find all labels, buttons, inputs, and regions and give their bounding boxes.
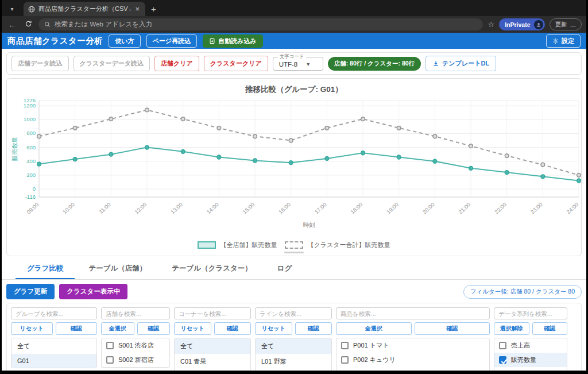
howto-button[interactable]: 使い方 [109,34,140,48]
load-cluster-data-button[interactable]: クラスターデータ読込 [74,56,150,71]
checkbox-icon[interactable] [341,356,349,364]
store-button-0[interactable]: 全選択 [101,322,134,335]
address-bar[interactable]: 検索または Web アドレスを入力 [38,18,483,30]
row-count-badge: 店舗: 80行 / クラスター: 80行 [328,57,421,71]
group-button-1[interactable]: 確認 [56,322,98,335]
tab-search-chevron-icon[interactable]: ▾ [5,3,19,14]
reload-page-button[interactable]: ページ再読込 [146,34,198,48]
browser-tab[interactable]: 商品店舗クラスター分析（CSV / MUI × [24,2,145,16]
checkbox-icon[interactable] [341,342,349,349]
browser-actions: ☆ InPrivate 更新 … [488,18,582,30]
product-buttons: 全選択確認 [336,322,490,335]
corner-button-1[interactable]: 確認 [214,322,252,335]
corner-buttons: リセット確認 [174,322,251,335]
update-graph-label: グラフ更新 [14,288,47,295]
product-checkbox-row-0[interactable]: P001 トマト [336,338,489,353]
series-button-1[interactable]: 確認 [532,322,568,335]
browser-update-button[interactable]: 更新 … [550,18,582,30]
tab-1[interactable]: テーブル（店舗） [77,259,158,279]
series-checkbox-row-0[interactable]: 売上高 [494,338,567,353]
favorites-icon[interactable]: ☆ [488,20,494,29]
group-search-input[interactable] [11,307,97,319]
chevron-down-icon: ▼ [305,61,311,67]
svg-text:24:00: 24:00 [565,201,579,215]
template-download-button[interactable]: テンプレートDL [425,56,496,71]
back-icon[interactable]: ← [6,20,18,29]
line-item-1[interactable]: L01 野菜 [256,354,331,369]
svg-text:600: 600 [26,144,36,151]
store-search-input[interactable] [101,307,170,319]
tab-2[interactable]: テーブル（クラスター） [160,259,264,279]
legend-scrollbar[interactable] [284,252,304,253]
download-icon [432,60,439,67]
svg-text:17:00: 17:00 [314,201,328,215]
clear-cluster-button[interactable]: クラスタークリア [204,56,268,71]
clear-cluster-label: クラスタークリア [210,60,262,67]
series-search-input[interactable] [494,307,567,319]
corner-item-2[interactable]: C02 精肉 [175,369,250,371]
refresh-icon[interactable] [22,20,34,29]
group-item-0[interactable]: 全て [11,338,96,354]
tab-close-icon[interactable]: × [134,5,141,13]
line-button-1[interactable]: 確認 [295,322,332,335]
more-menu-icon[interactable]: … [570,21,577,28]
filter-result-chip: フィルター後: 店舗 80 / クラスター 80 [463,285,582,299]
line-item-2[interactable]: L02 肉類 [256,369,331,371]
product-list: P001 トマトP002 キュウリP003 豚肉P004 ナスP005 鶏肉 [336,338,490,371]
charset-select[interactable]: 文字コード UTF-8 ▼ [273,57,323,71]
clear-store-button[interactable]: 店舗クリア [154,56,199,71]
product-checkbox-row-2[interactable]: P003 豚肉 [336,367,489,371]
autoload-label: 自動読み込み [218,37,257,45]
new-tab-button[interactable]: + [151,4,156,14]
settings-label: 設定 [562,37,574,45]
inprivate-badge[interactable]: InPrivate [499,18,544,30]
store-buttons: 全選択確認 [101,322,170,335]
corner-item-1[interactable]: C01 青果 [175,354,250,369]
svg-text:23:00: 23:00 [529,201,544,215]
line-item-0[interactable]: 全て [256,338,331,354]
load-store-data-button[interactable]: 店舗データ読込 [11,56,69,71]
cluster-showing-button[interactable]: クラスター表示中 [59,284,127,299]
corner-button-0[interactable]: リセット [174,322,211,335]
chart-legend: 【全店舗】販売数量【クラスター合計】販売数量 [9,241,579,249]
line-chart: 1276120010008006004002000-11609:0010:001… [9,96,579,240]
corner-item-0[interactable]: 全て [175,338,250,354]
legend-item-0[interactable]: 【全店舗】販売数量 [198,241,277,249]
series-checkbox-row-2[interactable]: PI値 [494,367,567,371]
group-item-1[interactable]: G01 [11,354,96,368]
checkbox-icon[interactable] [106,342,114,349]
store-checkbox-row-0[interactable]: S001 渋谷店 [102,338,169,353]
address-placeholder: 検索または Web アドレスを入力 [55,20,152,29]
tab-3[interactable]: ログ [266,259,304,279]
series-button-0[interactable]: 選択解除 [494,322,529,335]
product-checkbox-row-1[interactable]: P002 キュウリ [336,353,489,367]
product-search-input[interactable] [336,307,490,319]
tab-0[interactable]: グラフ比較 [16,259,75,279]
svg-text:11:00: 11:00 [98,201,112,215]
store-button-1[interactable]: 確認 [137,322,171,335]
svg-text:19:00: 19:00 [385,201,400,215]
svg-text:200: 200 [26,172,36,178]
checkbox-icon[interactable] [499,356,506,364]
series-buttons: 選択解除確認 [494,322,567,335]
legend-item-1[interactable]: 【クラスター合計】販売数量 [285,241,390,249]
line-search-input[interactable] [255,307,332,319]
legend-swatch-solid [198,241,216,249]
autoload-button[interactable]: 自動読み込み [203,34,263,48]
filter-panel: リセット確認全てG01全選択確認S001 渋谷店S002 新宿店リセット確認全て… [6,303,582,371]
page-tabs: グラフ比較テーブル（店舗）テーブル（クラスター）ログ [2,259,586,280]
group-button-0[interactable]: リセット [11,322,53,335]
group-buttons: リセット確認 [11,322,97,335]
corner-search-input[interactable] [174,307,251,319]
settings-button[interactable]: 設定 [546,34,581,48]
checkbox-icon[interactable] [499,342,506,349]
product-button-0[interactable]: 全選択 [336,322,412,335]
store-checkbox-row-1[interactable]: S002 新宿店 [102,353,169,367]
series-checkbox-row-1[interactable]: 販売数量 [494,353,567,367]
product-button-1[interactable]: 確認 [415,322,490,335]
update-graph-button[interactable]: グラフ更新 [6,284,55,299]
line-button-0[interactable]: リセット [255,322,292,335]
checkbox-icon[interactable] [106,356,114,364]
load-store-label: 店舗データ読込 [18,60,63,67]
svg-text:14:00: 14:00 [206,201,220,215]
